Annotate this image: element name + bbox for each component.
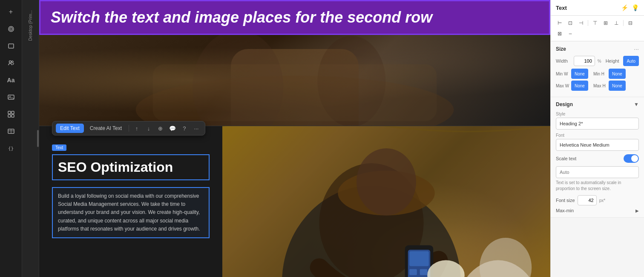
minw-none-button[interactable]: None [571,69,588,79]
align-sep-1 [588,20,588,26]
svg-rect-26 [409,269,417,275]
align-left-outer-button[interactable]: ⊢ [555,18,564,28]
pages-icon[interactable] [4,39,18,53]
distribute-v-button[interactable]: ⊠ [555,29,564,38]
distribute-h-button[interactable]: ⊟ [626,18,635,28]
panel-title: Text [556,5,567,11]
image-column [222,126,550,277]
width-input[interactable] [574,56,595,66]
width-label: Width [556,58,571,63]
font-select[interactable]: Helvetica Neue Medium Arial Georgia [556,139,639,151]
more-align-button[interactable]: – [566,29,575,38]
link-button[interactable]: ⊕ [155,123,166,133]
text-toolbar: Edit Text Create AI Text ↑ ↓ ⊕ 💬 ? ··· [52,121,205,136]
design-title: Design [556,101,573,107]
move-down-button[interactable]: ↓ [144,123,154,133]
heading-box[interactable]: SEO Optimization [52,154,210,180]
description-text: Build a loyal following on social media … [58,192,204,233]
panel-header-icons: ⚡ 💡 [621,4,639,11]
create-ai-text-button[interactable]: Create AI Text [86,124,126,133]
components-icon[interactable] [4,107,18,121]
add-icon[interactable]: + [4,5,18,19]
scale-text-label: Scale text [556,156,576,161]
toolbar-sep-1 [129,125,129,132]
minh-label: Min H [593,72,607,76]
maxh-label: Max H [593,84,607,88]
more-button[interactable]: ··· [191,123,201,133]
svg-rect-17 [153,64,437,121]
edit-text-button[interactable]: Edit Text [56,124,84,133]
maxw-none-button[interactable]: None [571,81,588,91]
canvas-area: Switch the text and image places for the… [39,0,550,277]
size-dots[interactable]: ··· [634,46,639,52]
svg-rect-9 [8,115,11,117]
height-label: Height [606,58,621,63]
svg-rect-27 [420,269,428,275]
design-chevron-icon[interactable]: ▼ [634,101,639,107]
maxw-row: Max W None Max H None [556,81,639,91]
images-icon[interactable] [4,90,18,104]
resize-handle[interactable] [37,130,39,147]
text-badge: Text [52,144,66,151]
maxmin-label: Max-min [556,208,574,213]
device-panel: Desktop (Prim... [22,0,39,277]
height-auto-button[interactable]: Auto [623,56,639,66]
svg-rect-8 [12,111,14,114]
section-top [39,34,550,126]
minh-none-button[interactable]: None [609,69,626,79]
left-toolbar: + Aa [0,0,22,277]
align-middle-button[interactable]: ⊞ [601,18,610,28]
font-size-input[interactable] [578,195,597,205]
maxmin-chevron-icon[interactable]: ▶ [635,208,639,213]
layers-icon[interactable] [4,22,18,36]
svg-rect-25 [409,251,429,266]
maxh-none-button[interactable]: None [609,81,626,91]
size-section-header: Size ··· [556,46,639,52]
scale-info: Text is set to automatically scale in pr… [556,180,639,192]
comment-button[interactable]: 💬 [167,123,178,133]
alignment-row: ⊢ ⊡ ⊣ ⊤ ⊞ ⊥ ⊟ ⊠ – [551,16,644,41]
code-icon[interactable]: {} [4,141,18,155]
lightning-icon[interactable]: ⚡ [621,4,628,11]
panel-header: Text ⚡ 💡 [551,0,644,16]
svg-rect-7 [8,111,11,114]
help-button[interactable]: ? [179,123,190,133]
svg-point-3 [9,61,11,63]
design-header: Design ▼ [556,101,639,107]
minw-row: Min W None Min H None [556,69,639,79]
font-size-row: Font size px* [556,195,639,205]
svg-rect-5 [8,95,14,99]
auto-field[interactable] [556,166,639,178]
size-title: Size [556,46,566,52]
font-label: Font [556,133,639,138]
width-row: Width % Height Auto [556,56,639,66]
device-label: Desktop (Prim... [28,10,33,41]
description-box[interactable]: Build a loyal following on social media … [52,187,210,238]
maxw-label: Max W [556,84,569,88]
svg-rect-2 [9,44,14,48]
move-up-button[interactable]: ↑ [132,123,142,133]
style-label: Style [556,112,639,116]
users-icon[interactable] [4,56,18,70]
svg-rect-10 [12,115,14,117]
align-center-h-button[interactable]: ⊡ [566,18,575,28]
align-right-outer-button[interactable]: ⊣ [576,18,586,28]
style-field: Style Heading 2* Heading 1 Body [556,112,639,130]
align-top-button[interactable]: ⊤ [590,18,600,28]
align-bottom-button[interactable]: ⊥ [612,18,621,28]
table-icon[interactable] [4,124,18,138]
text-column: Edit Text Create AI Text ↑ ↓ ⊕ 💬 ? ··· T… [39,126,222,277]
width-unit: % [598,59,601,63]
size-section: Size ··· Width % Height Auto Min W None … [551,41,644,97]
maxmin-row: Max-min ▶ [556,208,639,213]
canvas-content: Edit Text Create AI Text ↑ ↓ ⊕ 💬 ? ··· T… [39,34,550,277]
heading-text: SEO Optimization [58,159,173,175]
scale-text-toggle[interactable] [624,154,639,163]
svg-point-0 [9,26,14,32]
website-preview: Edit Text Create AI Text ↑ ↓ ⊕ 💬 ? ··· T… [39,34,550,277]
bulb-icon[interactable]: 💡 [632,4,639,11]
design-section: Design ▼ Style Heading 2* Heading 1 Body… [551,97,644,218]
svg-point-4 [12,61,13,63]
style-select[interactable]: Heading 2* Heading 1 Body [556,118,639,130]
typography-icon[interactable]: Aa [4,73,18,87]
